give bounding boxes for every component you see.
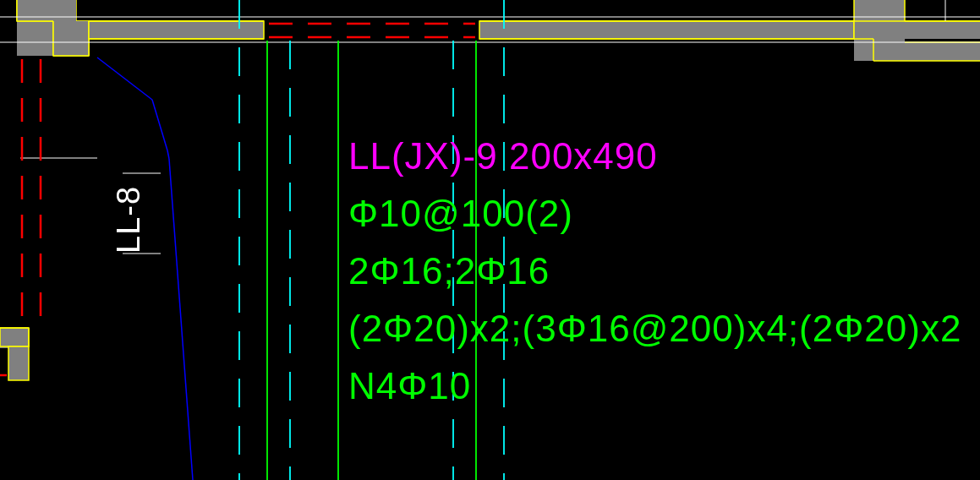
svg-rect-29 — [0, 328, 29, 346]
beam-title: LL(JX)-9 200x490 — [348, 135, 658, 177]
svg-rect-21 — [854, 21, 980, 39]
beam-rebar-side: N4Φ10 — [348, 365, 471, 406]
beam-annotation: LL(JX)-9 200x490 Φ10@100(2) 2Φ16;2Φ16 (2… — [348, 135, 961, 406]
svg-rect-18 — [89, 21, 264, 39]
svg-line-51 — [97, 57, 152, 100]
beam-rebar-tb: 2Φ16;2Φ16 — [348, 250, 550, 292]
cyan-dashed — [239, 0, 504, 480]
svg-line-52 — [152, 100, 167, 150]
svg-line-53 — [167, 150, 169, 159]
beam-stirrup: Φ10@100(2) — [348, 193, 573, 234]
svg-line-54 — [169, 159, 193, 480]
side-label: LL-8 — [111, 186, 146, 254]
svg-rect-1 — [17, 20, 54, 56]
blue-lines — [95, 57, 193, 480]
cad-drawing-canvas: LL-8 LL(JX)-9 200x490 Φ10@100(2) 2Φ16;2Φ… — [0, 0, 980, 480]
beam-rebar-dist: (2Φ20)x2;(3Φ16@200)x4;(2Φ20)x2 — [348, 308, 961, 349]
svg-rect-19 — [479, 21, 854, 39]
svg-rect-30 — [8, 346, 29, 380]
